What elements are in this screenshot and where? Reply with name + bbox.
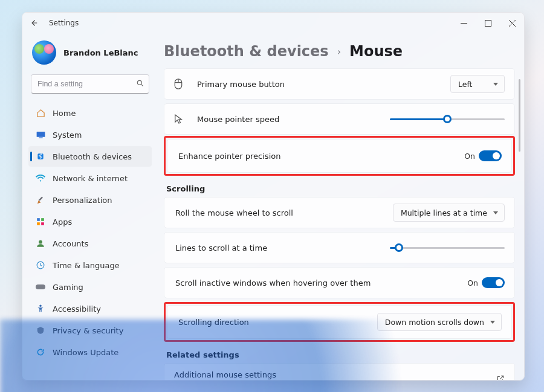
scrollbar-thumb[interactable] — [519, 79, 520, 152]
toggle-state-text: On — [464, 152, 475, 161]
sidebar-item-label: System — [53, 130, 82, 140]
accounts-icon — [36, 239, 45, 248]
select-value: Left — [458, 80, 473, 89]
scrolling-direction-select[interactable]: Down motion scrolls down — [377, 313, 502, 331]
mouse-icon — [174, 79, 186, 89]
svg-rect-7 — [37, 218, 40, 221]
sidebar-item-privacy-security[interactable]: Privacy & security — [28, 320, 152, 341]
search-input[interactable] — [31, 74, 149, 94]
svg-point-11 — [39, 240, 42, 244]
setting-label: Mouse pointer speed — [197, 115, 390, 124]
setting-label: Scroll inactive windows when hovering ov… — [175, 278, 467, 288]
setting-scroll-inactive-hover[interactable]: Scroll inactive windows when hovering ov… — [164, 267, 515, 298]
breadcrumb-parent[interactable]: Bluetooth & devices — [164, 43, 329, 60]
search-container — [31, 74, 149, 94]
search-icon — [136, 79, 144, 88]
wheel-mode-select[interactable]: Multiple lines at a time — [393, 204, 505, 222]
toggle-state-text: On — [467, 278, 478, 288]
setting-additional-mouse-settings[interactable]: Additional mouse settings Pointer icons … — [164, 363, 515, 380]
accessibility-icon — [36, 304, 45, 313]
svg-rect-8 — [41, 218, 44, 221]
related-title: Additional mouse settings — [174, 370, 276, 379]
system-icon — [36, 130, 45, 140]
svg-rect-0 — [461, 23, 467, 24]
wifi-icon — [36, 173, 45, 183]
sidebar-item-label: Personalization — [53, 196, 112, 205]
highlight-enhance-precision: Enhance pointer precision On — [164, 136, 515, 176]
sidebar-item-label: Apps — [53, 217, 72, 227]
svg-rect-10 — [41, 222, 44, 225]
user-name: Brandon LeBlanc — [63, 48, 138, 57]
section-related: Related settings — [166, 350, 515, 359]
setting-primary-mouse-button[interactable]: Primary mouse button Left — [164, 68, 515, 100]
sidebar-item-accounts[interactable]: Accounts — [28, 233, 152, 254]
setting-label: Lines to scroll at a time — [175, 243, 390, 252]
shield-icon — [36, 326, 45, 335]
pointer-speed-slider[interactable] — [390, 113, 505, 125]
lines-slider[interactable] — [390, 242, 505, 254]
sidebar-item-personalization[interactable]: Personalization — [28, 190, 152, 210]
svg-rect-4 — [39, 137, 42, 138]
related-desc: Pointer icons and visibility — [174, 379, 276, 381]
breadcrumb-current: Mouse — [349, 43, 403, 60]
highlight-scrolling-direction: Scrolling direction Down motion scrolls … — [164, 302, 515, 342]
chevron-right-icon: › — [337, 46, 341, 57]
sidebar-item-network[interactable]: Network & internet — [28, 168, 152, 188]
sidebar-item-label: Accounts — [53, 239, 88, 248]
setting-label: Roll the mouse wheel to scroll — [175, 208, 393, 217]
sidebar-item-label: Gaming — [53, 283, 83, 292]
sidebar: Brandon LeBlanc Home System — [22, 33, 158, 380]
svg-rect-1 — [485, 20, 491, 26]
gaming-icon — [36, 282, 45, 292]
sidebar-item-accessibility[interactable]: Accessibility — [28, 298, 152, 319]
sidebar-item-label: Bluetooth & devices — [53, 152, 132, 161]
select-value: Multiple lines at a time — [401, 208, 487, 217]
home-icon — [36, 108, 45, 118]
sidebar-item-apps[interactable]: Apps — [28, 211, 152, 232]
sidebar-item-label: Home — [53, 109, 76, 118]
update-icon — [36, 347, 45, 357]
setting-label: Primary mouse button — [197, 80, 450, 89]
sidebar-item-system[interactable]: System — [28, 124, 152, 145]
sidebar-item-time-language[interactable]: Time & language — [28, 255, 152, 275]
primary-button-select[interactable]: Left — [450, 75, 505, 93]
setting-scrolling-direction[interactable]: Scrolling direction Down motion scrolls … — [167, 305, 512, 339]
select-value: Down motion scrolls down — [385, 318, 484, 327]
svg-rect-9 — [37, 222, 40, 225]
minimize-button[interactable] — [452, 13, 476, 33]
svg-rect-6 — [38, 196, 42, 201]
svg-point-2 — [137, 80, 141, 85]
profile[interactable]: Brandon LeBlanc — [26, 34, 154, 74]
setting-wheel-mode[interactable]: Roll the mouse wheel to scroll Multiple … — [164, 197, 515, 228]
scrollbar[interactable] — [517, 79, 522, 375]
setting-pointer-speed: Mouse pointer speed — [164, 103, 515, 135]
apps-icon — [36, 217, 45, 227]
sidebar-item-label: Network & internet — [53, 174, 128, 183]
setting-lines-at-time: Lines to scroll at a time — [164, 232, 515, 263]
close-button[interactable] — [500, 13, 524, 33]
sidebar-item-gaming[interactable]: Gaming — [28, 277, 152, 297]
sidebar-item-label: Accessibility — [53, 304, 101, 313]
maximize-button[interactable] — [476, 13, 500, 33]
sidebar-item-windows-update[interactable]: Windows Update — [28, 342, 152, 362]
titlebar: Settings — [22, 13, 524, 33]
sidebar-item-home[interactable]: Home — [28, 103, 152, 123]
sidebar-item-bluetooth-devices[interactable]: Bluetooth & devices — [28, 146, 152, 167]
bluetooth-icon — [36, 152, 45, 161]
setting-enhance-pointer-precision[interactable]: Enhance pointer precision On — [167, 139, 512, 173]
sidebar-item-label: Time & language — [53, 261, 120, 270]
main-pane: Bluetooth & devices › Mouse Primary mous… — [158, 33, 524, 380]
avatar — [32, 40, 56, 65]
personalization-icon — [36, 195, 45, 205]
inactive-hover-toggle[interactable] — [482, 277, 505, 288]
svg-rect-13 — [36, 284, 45, 289]
open-external-icon — [496, 374, 505, 380]
time-language-icon — [36, 260, 45, 270]
enhance-precision-toggle[interactable] — [479, 150, 502, 161]
back-button[interactable] — [30, 19, 40, 27]
pointer-icon — [174, 114, 186, 124]
setting-label: Scrolling direction — [178, 318, 377, 327]
svg-point-14 — [39, 305, 42, 307]
breadcrumb: Bluetooth & devices › Mouse — [164, 40, 515, 68]
svg-rect-3 — [36, 132, 45, 137]
